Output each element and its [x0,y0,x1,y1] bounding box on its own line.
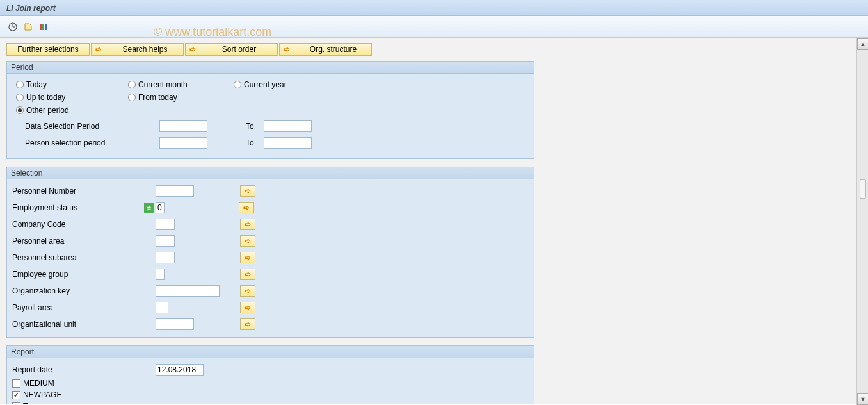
svg-rect-5 [45,24,47,30]
radio-current-month[interactable]: Current month [128,80,234,89]
radio-from-today[interactable]: From today [128,93,234,102]
employment-status-input[interactable] [156,202,165,213]
report-title: Report [7,346,534,358]
medium-label: MEDIUM [23,379,54,388]
organizational-unit-multiple-button[interactable]: ➪ [240,318,255,330]
company-code-input[interactable] [156,219,175,230]
newpage-label: NEWPAGE [23,390,61,399]
scroll-down-icon[interactable]: ▼ [857,393,868,405]
arrow-right-icon: ➪ [245,286,251,295]
person-selection-to-input[interactable] [264,137,312,149]
radio-icon [128,81,136,88]
personnel-area-input[interactable] [156,235,175,247]
org-structure-button[interactable]: ➪ Org. structure [279,43,372,56]
selection-title: Selection [7,167,534,179]
vertical-scrollbar[interactable]: ▲ ▼ [856,38,868,405]
employment-status-multiple-button[interactable]: ➪ [239,202,254,213]
further-selections-label: Further selections [17,45,78,54]
radio-other-period-label: Other period [26,106,69,115]
radio-other-period[interactable]: Other period [16,106,128,115]
search-helps-button[interactable]: ➪ Search helps [91,43,184,56]
radio-current-year-label: Current year [244,80,287,89]
svg-rect-4 [42,24,44,30]
person-selection-period-label: Person selection period [16,138,159,147]
organizational-unit-input[interactable] [156,318,194,330]
period-group: Period Today Current month Current year [6,61,534,159]
variant-icon[interactable] [22,21,35,33]
personnel-subarea-label: Personnel subarea [12,253,156,262]
toolbar [0,16,868,38]
selection-content: Personnel Number ➪ Employment status ≠ ➪… [7,179,534,337]
sort-order-label: Sort order [204,45,275,54]
action-buttons: Further selections ➪ Search helps ➪ Sort… [6,43,862,56]
radio-icon [128,94,136,101]
arrow-right-icon: ➪ [245,270,251,279]
radio-from-today-label: From today [138,93,177,102]
payroll-area-multiple-button[interactable]: ➪ [240,302,255,313]
scroll-grip-icon[interactable] [860,179,866,199]
period-title: Period [7,62,534,74]
arrow-right-icon: ➪ [245,220,251,229]
company-code-multiple-button[interactable]: ➪ [240,219,255,230]
scroll-up-icon[interactable]: ▲ [857,38,868,50]
arrow-right-icon: ➪ [243,203,250,212]
data-selection-to-input[interactable] [264,120,312,132]
not-equal-icon[interactable]: ≠ [144,202,154,213]
selection-group: Selection Personnel Number ➪ Employment … [6,167,534,338]
medium-checkbox[interactable] [12,379,20,388]
content-area: Further selections ➪ Search helps ➪ Sort… [0,38,868,404]
personnel-number-multiple-button[interactable]: ➪ [240,185,255,197]
employee-group-label: Employee group [12,270,156,279]
personnel-area-label: Personnel area [12,236,156,245]
arrow-right-icon: ➪ [245,186,251,195]
sort-order-button[interactable]: ➪ Sort order [185,43,278,56]
payroll-area-label: Payroll area [12,303,156,312]
radio-current-month-label: Current month [138,80,188,89]
arrow-right-icon: ➪ [95,45,102,54]
data-selection-period-label: Data Selection Period [16,122,159,131]
period-content: Today Current month Current year Up to t… [7,74,534,158]
report-date-input[interactable] [156,364,204,376]
personnel-number-label: Personnel Number [12,186,156,195]
personnel-area-multiple-button[interactable]: ➪ [240,235,255,247]
report-date-label: Report date [12,365,156,374]
radio-today[interactable]: Today [16,80,128,89]
company-code-label: Company Code [12,220,156,229]
test-checkbox[interactable] [12,402,20,405]
further-selections-button[interactable]: Further selections [6,43,90,56]
selection-options-icon[interactable] [37,21,50,33]
arrow-right-icon: ➪ [189,45,196,54]
arrow-right-icon: ➪ [245,236,251,245]
personnel-subarea-input[interactable] [156,252,175,263]
personnel-subarea-multiple-button[interactable]: ➪ [240,252,255,263]
arrow-right-icon: ➪ [245,320,251,329]
radio-up-to-today-label: Up to today [26,93,65,102]
svg-rect-3 [40,24,42,30]
radio-up-to-today[interactable]: Up to today [16,93,128,102]
organization-key-label: Organization key [12,286,156,295]
org-structure-label: Org. structure [298,45,369,54]
organization-key-multiple-button[interactable]: ➪ [240,285,255,297]
execute-icon[interactable] [6,21,19,33]
page-title: LI Join report [6,4,56,13]
employee-group-multiple-button[interactable]: ➪ [240,269,255,280]
payroll-area-input[interactable] [156,302,168,313]
organization-key-input[interactable] [156,285,220,297]
report-content: Report date MEDIUM NEWPAGE Test [7,358,534,404]
test-label: Test [23,402,37,404]
data-selection-from-input[interactable] [159,120,207,132]
person-selection-from-input[interactable] [159,137,207,149]
newpage-checkbox[interactable] [12,391,20,399]
arrow-right-icon: ➪ [245,253,251,262]
employee-group-input[interactable] [156,269,165,280]
search-helps-label: Search helps [109,45,181,54]
radio-icon [234,81,241,88]
radio-today-label: Today [26,80,47,89]
employment-status-label: Employment status [12,203,144,212]
organizational-unit-label: Organizational unit [12,320,156,329]
report-group: Report Report date MEDIUM NEWPAGE Test [6,345,534,404]
arrow-right-icon: ➪ [284,45,290,54]
personnel-number-input[interactable] [156,185,194,197]
radio-icon [16,81,24,88]
radio-current-year[interactable]: Current year [234,80,330,89]
